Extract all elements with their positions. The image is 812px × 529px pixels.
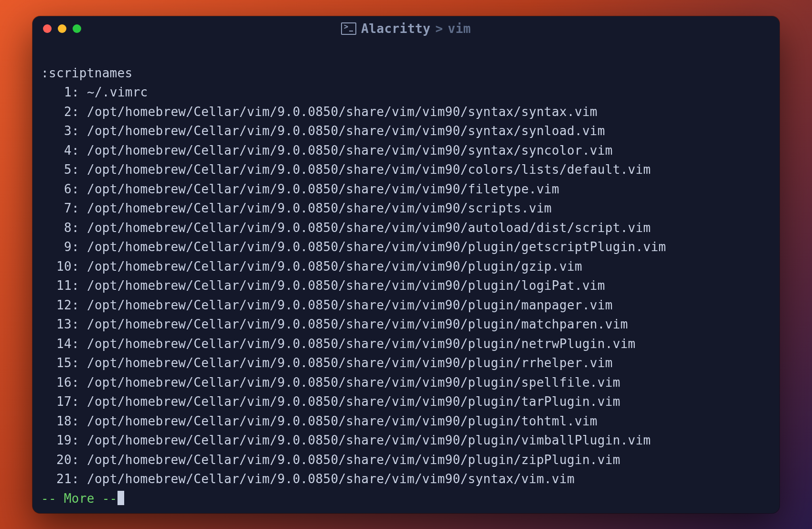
more-prompt: -- More --	[41, 491, 118, 506]
script-row: 19: /opt/homebrew/Cellar/vim/9.0.0850/sh…	[41, 431, 771, 450]
script-path: /opt/homebrew/Cellar/vim/9.0.0850/share/…	[87, 105, 598, 119]
terminal-output[interactable]: :scriptnames 1: ~/.vimrc 2: /opt/homebre…	[32, 41, 780, 513]
titlebar: Alacritty > vim	[32, 16, 780, 41]
script-number: 12	[41, 296, 72, 315]
app-name: Alacritty	[361, 21, 430, 36]
script-row: 20: /opt/homebrew/Cellar/vim/9.0.0850/sh…	[41, 450, 771, 470]
script-path: /opt/homebrew/Cellar/vim/9.0.0850/share/…	[87, 394, 620, 409]
script-number: 15	[41, 353, 72, 373]
script-number: 3	[41, 121, 72, 141]
script-number: 17	[41, 392, 72, 412]
script-path: /opt/homebrew/Cellar/vim/9.0.0850/share/…	[87, 453, 620, 467]
script-path: /opt/homebrew/Cellar/vim/9.0.0850/share/…	[87, 240, 666, 254]
script-number: 10	[41, 257, 72, 276]
script-number: 1	[41, 83, 72, 102]
script-row: 21: /opt/homebrew/Cellar/vim/9.0.0850/sh…	[41, 469, 771, 489]
script-row: 18: /opt/homebrew/Cellar/vim/9.0.0850/sh…	[41, 412, 771, 431]
script-path: /opt/homebrew/Cellar/vim/9.0.0850/share/…	[87, 317, 628, 331]
script-number: 4	[41, 141, 72, 160]
zoom-icon[interactable]	[73, 24, 81, 33]
script-row: 2: /opt/homebrew/Cellar/vim/9.0.0850/sha…	[41, 102, 771, 122]
minimize-icon[interactable]	[58, 24, 66, 33]
script-number: 7	[41, 199, 72, 218]
terminal-icon	[341, 22, 356, 35]
script-row: 11: /opt/homebrew/Cellar/vim/9.0.0850/sh…	[41, 276, 771, 296]
script-path: /opt/homebrew/Cellar/vim/9.0.0850/share/…	[87, 375, 620, 390]
script-path: /opt/homebrew/Cellar/vim/9.0.0850/share/…	[87, 259, 582, 274]
script-number: 21	[41, 469, 72, 489]
script-path: /opt/homebrew/Cellar/vim/9.0.0850/share/…	[87, 278, 605, 293]
process-name: vim	[448, 21, 471, 36]
script-number: 16	[41, 373, 72, 392]
script-path: /opt/homebrew/Cellar/vim/9.0.0850/share/…	[87, 298, 613, 312]
script-path: /opt/homebrew/Cellar/vim/9.0.0850/share/…	[87, 182, 559, 196]
close-icon[interactable]	[43, 24, 52, 33]
script-row: 14: /opt/homebrew/Cellar/vim/9.0.0850/sh…	[41, 334, 771, 354]
script-row: 8: /opt/homebrew/Cellar/vim/9.0.0850/sha…	[41, 218, 771, 238]
script-number: 9	[41, 237, 72, 257]
chevron-right-icon: >	[435, 21, 443, 36]
script-number: 6	[41, 180, 72, 199]
script-path: /opt/homebrew/Cellar/vim/9.0.0850/share/…	[87, 143, 613, 158]
script-row: 16: /opt/homebrew/Cellar/vim/9.0.0850/sh…	[41, 373, 771, 392]
script-number: 2	[41, 102, 72, 122]
script-path: /opt/homebrew/Cellar/vim/9.0.0850/share/…	[87, 201, 552, 215]
script-number: 11	[41, 276, 72, 296]
script-row: 6: /opt/homebrew/Cellar/vim/9.0.0850/sha…	[41, 180, 771, 199]
script-path: /opt/homebrew/Cellar/vim/9.0.0850/share/…	[87, 221, 651, 235]
terminal-window: Alacritty > vim :scriptnames 1: ~/.vimrc…	[32, 16, 780, 513]
script-row: 1: ~/.vimrc	[41, 83, 771, 102]
script-path: /opt/homebrew/Cellar/vim/9.0.0850/share/…	[87, 433, 651, 447]
cursor	[118, 491, 124, 505]
script-number: 14	[41, 334, 72, 354]
script-path: /opt/homebrew/Cellar/vim/9.0.0850/share/…	[87, 472, 575, 486]
script-path: ~/.vimrc	[87, 85, 148, 99]
script-number: 5	[41, 160, 72, 180]
script-number: 18	[41, 412, 72, 431]
script-number: 13	[41, 315, 72, 334]
script-path: /opt/homebrew/Cellar/vim/9.0.0850/share/…	[87, 124, 605, 138]
script-row: 5: /opt/homebrew/Cellar/vim/9.0.0850/sha…	[41, 160, 771, 180]
script-row: 15: /opt/homebrew/Cellar/vim/9.0.0850/sh…	[41, 353, 771, 373]
script-row: 10: /opt/homebrew/Cellar/vim/9.0.0850/sh…	[41, 257, 771, 276]
script-path: /opt/homebrew/Cellar/vim/9.0.0850/share/…	[87, 414, 598, 428]
script-path: /opt/homebrew/Cellar/vim/9.0.0850/share/…	[87, 356, 613, 370]
script-row: 9: /opt/homebrew/Cellar/vim/9.0.0850/sha…	[41, 237, 771, 257]
script-number: 19	[41, 431, 72, 450]
script-path: /opt/homebrew/Cellar/vim/9.0.0850/share/…	[87, 162, 651, 177]
window-controls	[32, 24, 81, 33]
script-row: 13: /opt/homebrew/Cellar/vim/9.0.0850/sh…	[41, 315, 771, 334]
window-title: Alacritty > vim	[32, 21, 780, 36]
script-row: 12: /opt/homebrew/Cellar/vim/9.0.0850/sh…	[41, 296, 771, 315]
script-row: 7: /opt/homebrew/Cellar/vim/9.0.0850/sha…	[41, 199, 771, 218]
script-number: 8	[41, 218, 72, 238]
script-row: 17: /opt/homebrew/Cellar/vim/9.0.0850/sh…	[41, 392, 771, 412]
script-path: /opt/homebrew/Cellar/vim/9.0.0850/share/…	[87, 337, 636, 351]
script-number: 20	[41, 450, 72, 470]
script-row: 3: /opt/homebrew/Cellar/vim/9.0.0850/sha…	[41, 121, 771, 141]
vim-command: :scriptnames	[41, 66, 132, 80]
script-row: 4: /opt/homebrew/Cellar/vim/9.0.0850/sha…	[41, 141, 771, 160]
